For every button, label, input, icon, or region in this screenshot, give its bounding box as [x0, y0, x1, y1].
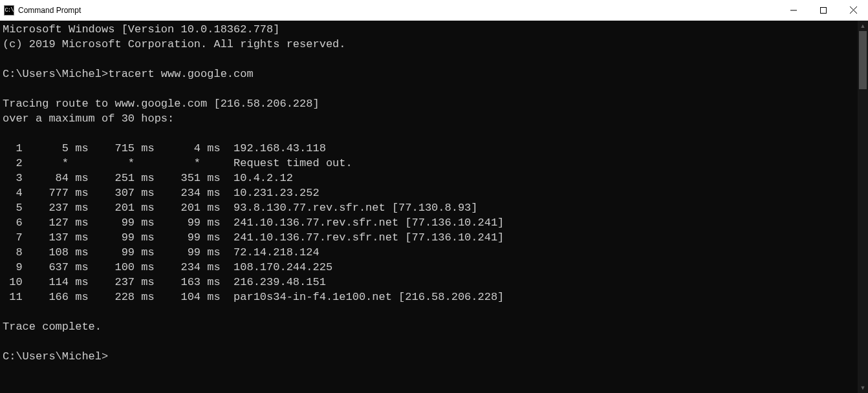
window-controls	[779, 0, 868, 20]
minimize-button[interactable]	[779, 0, 808, 20]
window-titlebar[interactable]: C:\ Command Prompt	[0, 0, 868, 21]
console-output: Microsoft Windows [Version 10.0.18362.77…	[0, 21, 868, 364]
scroll-thumb[interactable]	[859, 31, 867, 89]
maximize-button[interactable]	[808, 0, 838, 20]
scroll-up-icon[interactable]: ▲	[858, 21, 868, 31]
close-button[interactable]	[838, 0, 868, 20]
window-title: Command Prompt	[18, 6, 779, 15]
svg-rect-1	[821, 7, 827, 13]
scrollbar[interactable]: ▲ ▼	[858, 21, 868, 393]
scroll-down-icon[interactable]: ▼	[858, 383, 868, 393]
console-area[interactable]: Microsoft Windows [Version 10.0.18362.77…	[0, 21, 868, 393]
cmd-icon: C:\	[4, 5, 14, 16]
